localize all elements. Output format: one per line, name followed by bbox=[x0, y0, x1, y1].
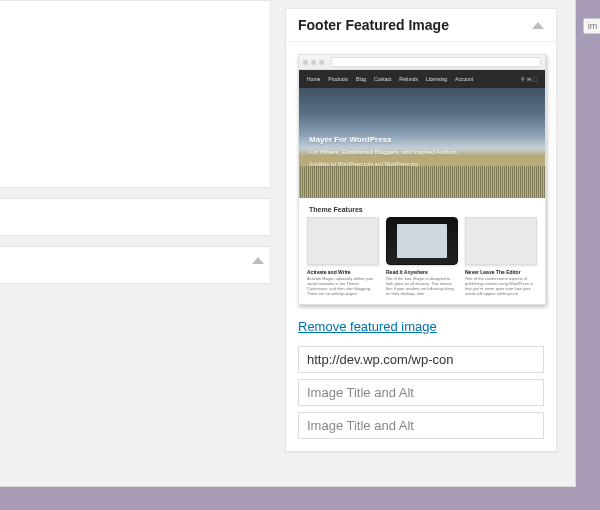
preview-cards: Activate and Write Activate Mayer, optio… bbox=[299, 217, 545, 304]
hero-grass bbox=[299, 166, 545, 198]
metabox-partial-3[interactable] bbox=[0, 246, 271, 284]
preview-card: Read It Anywhere Out of the box, Mayer i… bbox=[386, 217, 458, 296]
remove-featured-image-link[interactable]: Remove featured image bbox=[298, 319, 437, 334]
nav-item: Account bbox=[455, 76, 473, 82]
hero-line2: For Writers, Established Bloggers, and I… bbox=[309, 146, 458, 158]
featured-image-preview[interactable]: Home Products Blog Contact Refunds Licen… bbox=[298, 54, 546, 305]
chevron-up-icon[interactable] bbox=[252, 257, 264, 264]
hero-line3: Available for WordPress.com and WordPres… bbox=[309, 158, 458, 170]
preview-hero: Mayer For WordPress For Writers, Establi… bbox=[299, 88, 545, 198]
preview-card: Activate and Write Activate Mayer, optio… bbox=[307, 217, 379, 296]
wp-admin-background: Footer Featured Image Home Products Blog bbox=[0, 0, 576, 487]
hero-line1: Mayer For WordPress bbox=[309, 134, 458, 146]
image-url-input[interactable] bbox=[298, 346, 544, 373]
card-title: Never Leave The Editor bbox=[465, 269, 537, 275]
window-dot-icon bbox=[311, 60, 316, 65]
window-dot-icon bbox=[319, 60, 324, 65]
preview-nav: Home Products Blog Contact Refunds Licen… bbox=[299, 70, 545, 88]
nav-item: Refunds bbox=[399, 76, 418, 82]
card-body: One of the cumbersome aspects of publish… bbox=[465, 276, 537, 296]
preview-section-title: Theme Features bbox=[299, 198, 545, 217]
nav-item: Licensing bbox=[426, 76, 447, 82]
card-image bbox=[465, 217, 537, 265]
image-alt-input[interactable] bbox=[298, 412, 544, 439]
metabox-title: Footer Featured Image bbox=[298, 17, 449, 33]
nav-icons: ⚲ ✉ ⬚ bbox=[521, 76, 537, 82]
footer-featured-image-metabox: Footer Featured Image Home Products Blog bbox=[285, 8, 557, 452]
nav-item: Products bbox=[328, 76, 348, 82]
metabox-header[interactable]: Footer Featured Image bbox=[286, 9, 556, 42]
card-body: Out of the box, Mayer is designed to loo… bbox=[386, 276, 458, 296]
card-image bbox=[307, 217, 379, 265]
nav-item: Blog bbox=[356, 76, 366, 82]
card-title: Activate and Write bbox=[307, 269, 379, 275]
metabox-body: Home Products Blog Contact Refunds Licen… bbox=[286, 42, 556, 451]
card-title: Read It Anywhere bbox=[386, 269, 458, 275]
browser-chrome bbox=[299, 55, 545, 70]
chevron-up-icon[interactable] bbox=[532, 22, 544, 29]
card-body: Activate Mayer, optionally define your s… bbox=[307, 276, 379, 296]
cropped-button[interactable]: im bbox=[583, 18, 600, 34]
nav-item: Home bbox=[307, 76, 320, 82]
metabox-partial-2 bbox=[0, 198, 271, 236]
image-title-input[interactable] bbox=[298, 379, 544, 406]
metabox-partial-1 bbox=[0, 0, 271, 188]
window-dot-icon bbox=[303, 60, 308, 65]
browser-url-bar bbox=[331, 57, 541, 67]
metabox-inputs bbox=[298, 346, 544, 439]
hero-text: Mayer For WordPress For Writers, Establi… bbox=[309, 134, 458, 170]
preview-card: Never Leave The Editor One of the cumber… bbox=[465, 217, 537, 296]
nav-item: Contact bbox=[374, 76, 391, 82]
card-image-phone bbox=[386, 217, 458, 265]
